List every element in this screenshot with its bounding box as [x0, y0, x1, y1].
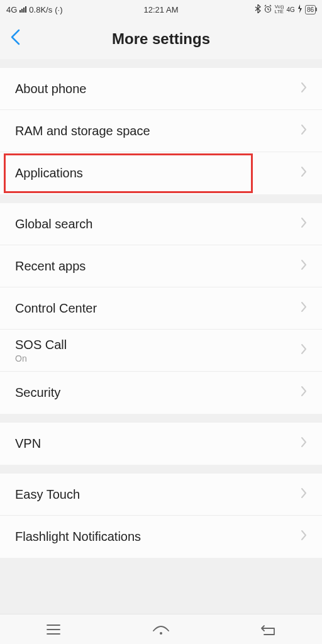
settings-item-about-phone[interactable]: About phone — [0, 68, 322, 110]
section-divider — [0, 465, 322, 474]
list-item-subtext: On — [15, 353, 67, 364]
list-item-left: Recent apps — [15, 259, 86, 274]
list-item-label: About phone — [15, 82, 86, 96]
chevron-right-icon — [301, 124, 307, 138]
svg-point-1 — [160, 632, 162, 635]
list-item-label: Easy Touch — [15, 487, 80, 502]
settings-section: VPN — [0, 423, 322, 465]
network-type: 4G — [6, 5, 17, 14]
chevron-right-icon — [301, 301, 307, 316]
settings-item-sos-call[interactable]: SOS CallOn — [0, 330, 322, 372]
list-item-left: Global search — [15, 217, 92, 231]
home-icon[interactable] — [148, 617, 174, 642]
header: More settings — [0, 19, 322, 59]
settings-item-applications[interactable]: Applications — [0, 152, 322, 194]
list-item-left: Applications — [15, 166, 83, 180]
status-right: Vo))LTE 4G 86 — [255, 4, 316, 15]
chevron-right-icon — [301, 487, 307, 502]
charging-icon — [297, 4, 303, 15]
chevron-right-icon — [301, 530, 307, 544]
settings-item-flashlight-notifications[interactable]: Flashlight Notifications — [0, 516, 322, 558]
section-divider — [0, 59, 322, 68]
back-button[interactable] — [10, 29, 29, 50]
settings-item-control-center[interactable]: Control Center — [0, 287, 322, 330]
data-speed: 0.8K/s — [29, 5, 52, 14]
list-item-label: Control Center — [15, 301, 97, 316]
settings-item-global-search[interactable]: Global search — [0, 203, 322, 245]
chevron-right-icon — [301, 82, 307, 96]
menu-icon[interactable] — [41, 617, 66, 642]
list-item-left: VPN — [15, 436, 41, 451]
battery-indicator: 86 — [305, 5, 316, 14]
settings-item-security[interactable]: Security — [0, 372, 322, 414]
nav-bar — [0, 614, 322, 644]
chevron-right-icon — [301, 259, 307, 274]
status-left: 4G 0.8K/s (·) — [6, 5, 62, 14]
chevron-right-icon — [301, 436, 307, 451]
page-title: More settings — [112, 30, 210, 48]
net-4g: 4G — [287, 6, 295, 13]
list-item-left: Easy Touch — [15, 487, 80, 502]
settings-item-easy-touch[interactable]: Easy Touch — [0, 474, 322, 516]
settings-section: About phoneRAM and storage spaceApplicat… — [0, 68, 322, 194]
list-item-label: Flashlight Notifications — [15, 530, 141, 544]
list-item-label: Applications — [15, 166, 83, 180]
list-item-label: VPN — [15, 436, 41, 451]
list-item-label: Security — [15, 386, 60, 400]
signal-icon — [19, 6, 26, 13]
list-item-label: SOS Call — [15, 338, 67, 352]
settings-section: Global searchRecent appsControl CenterSO… — [0, 203, 322, 414]
list-item-left: Flashlight Notifications — [15, 530, 141, 544]
list-item-label: Global search — [15, 217, 92, 231]
chevron-right-icon — [301, 386, 307, 400]
chevron-right-icon — [301, 166, 307, 180]
volte-icon: Vo))LTE — [275, 4, 284, 14]
status-time: 12:21 AM — [144, 5, 179, 14]
status-bar: 4G 0.8K/s (·) 12:21 AM Vo))LTE 4G 86 — [0, 0, 322, 19]
settings-item-vpn[interactable]: VPN — [0, 423, 322, 465]
settings-list: About phoneRAM and storage spaceApplicat… — [0, 59, 322, 558]
chevron-right-icon — [301, 343, 307, 358]
wifi-icon: (·) — [55, 5, 62, 14]
list-item-label: Recent apps — [15, 259, 86, 274]
list-item-left: RAM and storage space — [15, 124, 150, 138]
chevron-right-icon — [301, 217, 307, 231]
list-item-left: SOS CallOn — [15, 338, 67, 364]
section-divider — [0, 194, 322, 203]
list-item-left: About phone — [15, 82, 86, 96]
settings-section: Easy TouchFlashlight Notifications — [0, 474, 322, 558]
list-item-left: Control Center — [15, 301, 97, 316]
settings-item-ram-storage[interactable]: RAM and storage space — [0, 110, 322, 152]
list-item-left: Security — [15, 386, 60, 400]
list-item-label: RAM and storage space — [15, 124, 150, 138]
alarm-icon — [264, 4, 272, 15]
bluetooth-icon — [255, 4, 261, 15]
settings-item-recent-apps[interactable]: Recent apps — [0, 245, 322, 287]
section-divider — [0, 414, 322, 423]
back-nav-icon[interactable] — [256, 617, 281, 642]
